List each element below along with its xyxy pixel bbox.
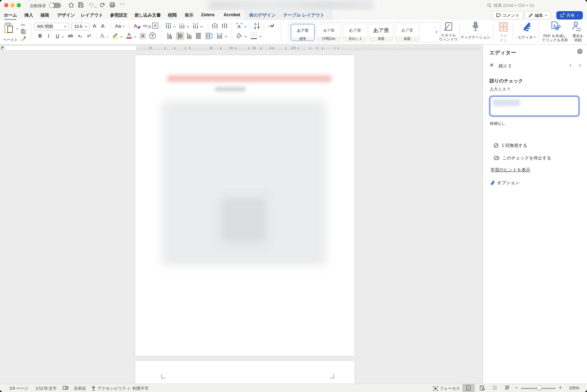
multilevel-list-button[interactable] (193, 23, 198, 28)
bold-button[interactable]: B (38, 33, 42, 39)
table-column-marker[interactable] (234, 47, 237, 50)
distribute-chevron-icon[interactable] (225, 35, 227, 38)
bullets-button[interactable] (165, 23, 171, 28)
accessibility-status[interactable]: アクセシビリティ: 利用不可 (91, 386, 149, 391)
numbering-chevron-icon[interactable] (187, 26, 189, 28)
close-window-button[interactable] (4, 3, 8, 7)
copy-icon[interactable] (21, 29, 26, 34)
editor-options-button[interactable]: オプション (490, 180, 520, 186)
paste-chevron-icon[interactable] (16, 28, 18, 30)
cut-icon[interactable]: ✂ (21, 22, 25, 28)
style-normal[interactable]: あア亜 標準 (291, 24, 315, 41)
zoom-in-button[interactable]: + (559, 385, 562, 390)
highlight-chevron-icon[interactable] (120, 36, 123, 38)
table-column-marker[interactable] (337, 47, 339, 50)
clear-formatting-button[interactable]: A (134, 23, 140, 29)
tab-selector-icon[interactable] (1, 46, 4, 50)
zoom-window-button[interactable] (17, 3, 21, 7)
zoom-percent[interactable]: 105% (569, 386, 579, 390)
tab-table-layout[interactable]: テーブル レイアウト (283, 12, 325, 18)
previous-suggestion-icon[interactable]: ‹ (570, 62, 571, 68)
print-icon[interactable] (109, 2, 115, 8)
table-column-marker[interactable] (173, 47, 176, 50)
justify-button[interactable] (196, 33, 200, 39)
outline-view-icon[interactable] (492, 386, 497, 390)
font-size-select[interactable]: 10.5 (71, 23, 90, 30)
underline-chevron-icon[interactable] (62, 36, 64, 38)
text-direction-chevron-icon[interactable] (244, 26, 247, 28)
editing-mode-button[interactable]: 編集 (525, 11, 551, 20)
sort-button[interactable]: AZ (254, 22, 261, 30)
borders-chevron-icon[interactable] (259, 35, 262, 38)
text-direction-button[interactable]: A (236, 23, 243, 29)
focus-mode-button[interactable]: フォーカス (433, 386, 460, 391)
table-column-marker[interactable] (164, 47, 166, 50)
save-icon[interactable] (78, 2, 84, 8)
character-style-button[interactable]: 字 (149, 32, 156, 39)
highlight-button[interactable] (112, 32, 118, 39)
tab-references[interactable]: 参照設定 (110, 12, 127, 18)
web-layout-view-icon[interactable] (480, 386, 485, 390)
style-heading1[interactable]: あア亜 見出し 1 (343, 24, 367, 41)
table-column-marker[interactable] (184, 47, 187, 50)
table-column-marker[interactable] (321, 47, 324, 50)
redo-icon[interactable] (100, 2, 105, 8)
align-center-vertical-button[interactable] (176, 32, 184, 40)
dictation-icon[interactable] (472, 22, 479, 32)
editor-ribbon-icon[interactable] (522, 22, 532, 32)
text-effects-button[interactable]: A (100, 32, 104, 39)
shading-chevron-icon[interactable] (245, 35, 247, 38)
page-indicator[interactable]: 2/4 ページ (9, 386, 28, 391)
show-marks-button[interactable] (268, 23, 275, 28)
request-signature-icon[interactable] (572, 21, 581, 32)
increase-indent-button[interactable] (222, 23, 227, 28)
align-bottom-button[interactable] (187, 33, 191, 39)
more-toolbar-icon[interactable]: ⋯ (120, 1, 125, 7)
suggestion-textbox[interactable] (490, 96, 579, 116)
enclose-characters-button[interactable]: A (152, 23, 158, 28)
shading-button[interactable] (236, 33, 242, 39)
phonetic-guide-button[interactable]: abc A (143, 22, 151, 30)
addins-icon[interactable] (499, 22, 508, 32)
share-button[interactable]: 共有 (556, 11, 583, 20)
search-input[interactable]: 検索 (Cmd + Ctrl + U) (487, 2, 583, 9)
document-canvas[interactable] (0, 52, 483, 384)
style-window-icon[interactable] (444, 22, 452, 31)
table-column-marker[interactable] (260, 47, 262, 50)
ignore-once-button[interactable]: 1 回無視する (494, 142, 527, 148)
tab-zotero[interactable]: Zotero (201, 12, 215, 17)
zoom-out-button[interactable]: − (515, 385, 518, 390)
font-color-button[interactable]: A (126, 32, 132, 39)
minimize-window-button[interactable] (10, 3, 15, 7)
pdf-share-icon[interactable] (551, 21, 560, 32)
table-column-marker[interactable] (219, 47, 222, 50)
tab-layout[interactable]: レイアウト (81, 12, 103, 18)
document-page-1[interactable] (135, 55, 355, 356)
zoom-slider-thumb[interactable] (537, 386, 542, 390)
tab-insert[interactable]: 挿入 (24, 12, 33, 18)
align-top-button[interactable] (168, 33, 172, 39)
tab-draw[interactable]: 描画 (40, 12, 49, 18)
tab-table-design[interactable]: 表のデザイン (249, 12, 276, 18)
table-column-marker[interactable] (271, 47, 274, 50)
undo-icon[interactable] (88, 2, 94, 8)
stop-check-button[interactable]: このチェックを停止する (494, 155, 551, 161)
font-name-select[interactable]: MS 明朝 (34, 23, 69, 30)
horizontal-ruler[interactable]: 20 0 40 60 80 100 120 0 1 (5, 46, 481, 50)
character-shading-button[interactable]: A (140, 33, 146, 39)
strikethrough-button[interactable]: ab (68, 33, 73, 38)
font-color-chevron-icon[interactable] (134, 36, 136, 38)
italic-button[interactable]: I (48, 33, 49, 39)
table-column-marker[interactable] (309, 47, 311, 50)
comments-button[interactable]: コメント (492, 11, 523, 20)
style-no-spacing[interactable]: あア亜 行間詰め (317, 24, 341, 41)
line-spacing-button[interactable] (205, 33, 213, 39)
tab-mailings[interactable]: 差し込み文書 (134, 12, 161, 18)
text-effects-chevron-icon[interactable] (106, 36, 109, 38)
more-styles-button[interactable]: › (436, 28, 437, 34)
undo-chevron-icon[interactable] (94, 4, 97, 10)
decrease-indent-button[interactable] (212, 23, 218, 28)
style-title[interactable]: あア亜 表題 (369, 24, 393, 41)
tab-home[interactable]: ホーム (4, 12, 17, 18)
show-learning-hints-link[interactable]: 学習のヒントを表示 (491, 167, 530, 173)
